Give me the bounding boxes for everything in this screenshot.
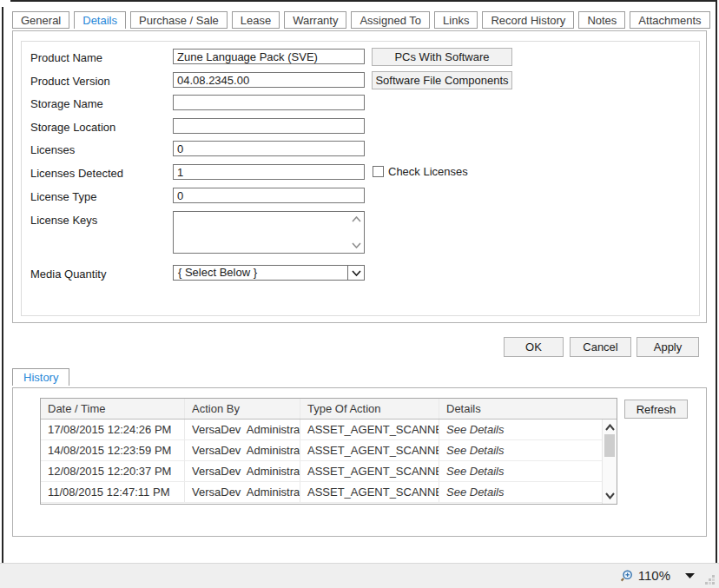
cell-action-type: ASSET_AGENT_SCANNED [300, 420, 439, 439]
main-tabstrip: General Details Purchase / Sale Lease Wa… [12, 11, 710, 29]
check-licenses-row: Check Licenses [373, 165, 468, 178]
zoom-dropdown-arrow[interactable] [685, 573, 695, 578]
storage-location-label: Storage Location [30, 120, 171, 135]
pcs-with-software-button[interactable]: PCs With Software [372, 48, 512, 66]
cell-action-type: ASSET_AGENT_SCANNED [300, 461, 439, 481]
ok-button[interactable]: OK [504, 337, 564, 357]
media-quantity-value: { Select Below } [174, 266, 347, 280]
tab-general[interactable]: General [12, 11, 69, 29]
column-header-action-by: Action By [185, 399, 300, 419]
details-groupbox: Product Name Product Version Storage Nam… [21, 41, 700, 316]
software-file-components-button[interactable]: Software File Components [372, 71, 512, 89]
apply-button[interactable]: Apply [637, 337, 699, 357]
license-type-label: License Type [30, 189, 171, 205]
scrollbar-thumb[interactable] [604, 434, 615, 457]
cell-action-by: VersaDev Administrator [185, 420, 300, 439]
history-scrollbar[interactable] [602, 420, 617, 504]
storage-name-input[interactable] [173, 95, 365, 110]
license-keys-textarea[interactable] [173, 211, 365, 254]
column-header-details: Details [439, 399, 617, 419]
window-frame-left [2, 7, 3, 588]
licenses-detected-label: Licenses Detected [30, 166, 171, 182]
tab-assigned-to[interactable]: Assigned To [351, 11, 430, 29]
tab-attachments[interactable]: Attachments [630, 11, 709, 29]
licenses-input[interactable] [173, 141, 365, 156]
window-frame-right [716, 0, 717, 588]
details-tab-panel: Product Name Product Version Storage Nam… [12, 30, 707, 323]
check-licenses-checkbox[interactable] [373, 166, 384, 177]
tab-lease[interactable]: Lease [232, 11, 280, 29]
chevron-down-icon [352, 270, 361, 276]
tab-notes[interactable]: Notes [578, 11, 625, 29]
tab-links[interactable]: Links [434, 11, 478, 29]
license-type-input[interactable] [173, 188, 365, 203]
resize-grip[interactable] [703, 573, 716, 585]
tab-purchase-sale[interactable]: Purchase / Sale [130, 11, 228, 29]
product-name-input[interactable] [173, 49, 365, 64]
media-quantity-select[interactable]: { Select Below } [173, 265, 365, 281]
product-name-label: Product Name [30, 50, 171, 66]
see-details-link[interactable]: See Details [439, 461, 617, 481]
table-row[interactable]: 14/08/2015 12:23:59 PM VersaDev Administ… [41, 440, 617, 461]
cell-datetime: 14/08/2015 12:23:59 PM [41, 440, 185, 460]
cell-datetime: 17/08/2015 12:24:26 PM [41, 420, 185, 439]
licenses-label: Licenses [30, 142, 171, 158]
scroll-up-icon[interactable] [352, 216, 361, 222]
status-bar: 110% [0, 563, 719, 588]
scroll-down-icon[interactable] [603, 492, 617, 499]
table-row[interactable]: 12/08/2015 12:20:37 PM VersaDev Administ… [41, 461, 617, 482]
media-quantity-label: Media Quantity [30, 267, 171, 282]
history-panel: Date / Time Action By Type Of Action Det… [12, 387, 707, 537]
tab-warranty[interactable]: Warranty [284, 11, 346, 29]
see-details-link[interactable]: See Details [439, 420, 617, 439]
license-keys-label: License Keys [30, 213, 171, 228]
tab-history[interactable]: History [12, 368, 69, 386]
licenses-detected-input[interactable] [173, 164, 365, 180]
cell-action-by: VersaDev Administrator [185, 461, 300, 481]
column-header-action-type: Type Of Action [300, 399, 439, 419]
zoom-control[interactable]: 110% [620, 568, 695, 583]
cell-action-by: VersaDev Administrator [185, 482, 300, 502]
product-version-label: Product Version [30, 74, 171, 89]
check-licenses-label: Check Licenses [388, 165, 468, 178]
cell-action-type: ASSET_AGENT_SCANNED [300, 440, 439, 460]
scroll-down-icon[interactable] [352, 242, 361, 248]
tab-record-history[interactable]: Record History [482, 11, 574, 29]
storage-name-label: Storage Name [30, 96, 171, 112]
tab-details[interactable]: Details [74, 11, 126, 29]
cell-datetime: 12/08/2015 12:20:37 PM [41, 461, 185, 481]
magnifier-icon [620, 569, 634, 583]
refresh-button[interactable]: Refresh [624, 400, 688, 419]
window-frame-top [10, 0, 717, 2]
history-table: Date / Time Action By Type Of Action Det… [40, 398, 617, 505]
cell-action-type: ASSET_AGENT_SCANNED [300, 482, 439, 502]
history-table-header: Date / Time Action By Type Of Action Det… [41, 399, 617, 420]
asset-details-window: General Details Purchase / Sale Lease Wa… [0, 0, 719, 588]
storage-location-input[interactable] [173, 118, 365, 134]
cell-datetime: 11/08/2015 12:47:11 PM [41, 482, 185, 502]
table-row[interactable]: 17/08/2015 12:24:26 PM VersaDev Administ… [41, 420, 617, 440]
scroll-up-icon[interactable] [603, 424, 617, 431]
table-row[interactable]: 11/08/2015 12:47:11 PM VersaDev Administ… [41, 482, 617, 503]
see-details-link[interactable]: See Details [439, 440, 617, 460]
see-details-link[interactable]: See Details [439, 482, 617, 502]
cancel-button[interactable]: Cancel [570, 337, 631, 357]
column-header-datetime: Date / Time [41, 399, 185, 419]
zoom-level-text: 110% [638, 568, 670, 583]
combo-dropdown-button[interactable] [347, 266, 364, 280]
cell-action-by: VersaDev Administrator [185, 440, 300, 460]
product-version-input[interactable] [173, 72, 365, 88]
